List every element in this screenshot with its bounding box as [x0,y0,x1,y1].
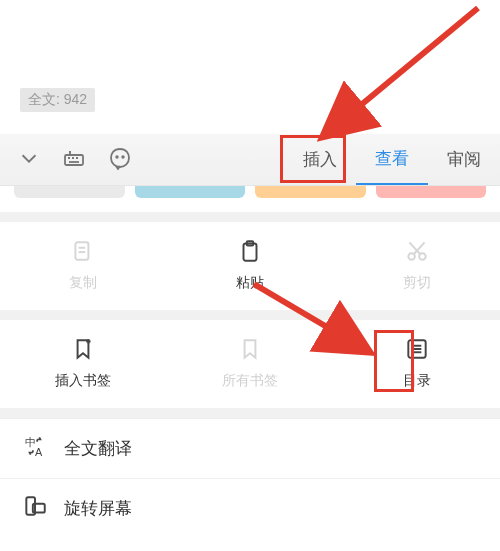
svg-text:A: A [35,446,43,458]
scissors-icon [404,238,430,268]
section-gap [0,310,500,320]
translate-icon: 中 A [22,433,48,464]
bookmark-row: 插入书签 所有书签 目录 [0,320,500,404]
paste-label: 粘贴 [236,274,264,292]
section-gap [0,408,500,418]
color-swatch-1[interactable] [14,186,125,198]
tab-review[interactable]: 审阅 [428,134,500,185]
color-swatch-4[interactable] [376,186,487,198]
rotate-row[interactable]: 旋转屏幕 [0,478,500,538]
insert-bookmark-button[interactable]: 插入书签 [0,320,167,404]
svg-point-7 [116,156,118,158]
clipboard-icon [237,238,263,268]
tab-insert[interactable]: 插入 [284,134,356,185]
cut-button: 剪切 [333,222,500,306]
all-bookmarks-label: 所有书签 [222,372,278,390]
copy-button: 复制 [0,222,167,306]
paste-button[interactable]: 粘贴 [167,222,334,306]
collapse-icon[interactable] [18,147,40,173]
bookmark-add-icon [70,336,96,366]
svg-point-8 [122,156,124,158]
cut-label: 剪切 [403,274,431,292]
toolbar-tabs: 插入 查看 审阅 [284,134,500,185]
color-swatch-2[interactable] [135,186,246,198]
insert-bookmark-label: 插入书签 [55,372,111,390]
contents-label: 目录 [403,372,431,390]
clipboard-row: 复制 粘贴 剪切 [0,222,500,306]
list-icon [404,336,430,366]
char-count-badge: 全文: 942 [20,88,95,112]
keyboard-icon[interactable] [62,146,86,174]
tab-view[interactable]: 查看 [356,134,428,185]
svg-rect-0 [65,155,83,165]
all-bookmarks-button: 所有书签 [167,320,334,404]
color-swatch-3[interactable] [255,186,366,198]
section-gap [0,212,500,222]
svg-line-28 [326,8,478,134]
highlight-color-strip [0,186,500,198]
translate-row[interactable]: 中 A 全文翻译 [0,418,500,478]
face-icon[interactable] [108,146,132,174]
rotate-screen-icon [22,493,48,524]
copy-label: 复制 [69,274,97,292]
translate-label: 全文翻译 [64,437,132,460]
rotate-label: 旋转屏幕 [64,497,132,520]
contents-button[interactable]: 目录 [333,320,500,404]
bookmark-icon [237,336,263,366]
svg-rect-9 [76,242,89,259]
toolbar-left-group [0,146,132,174]
copy-icon [70,238,96,268]
main-toolbar: 插入 查看 审阅 [0,134,500,186]
